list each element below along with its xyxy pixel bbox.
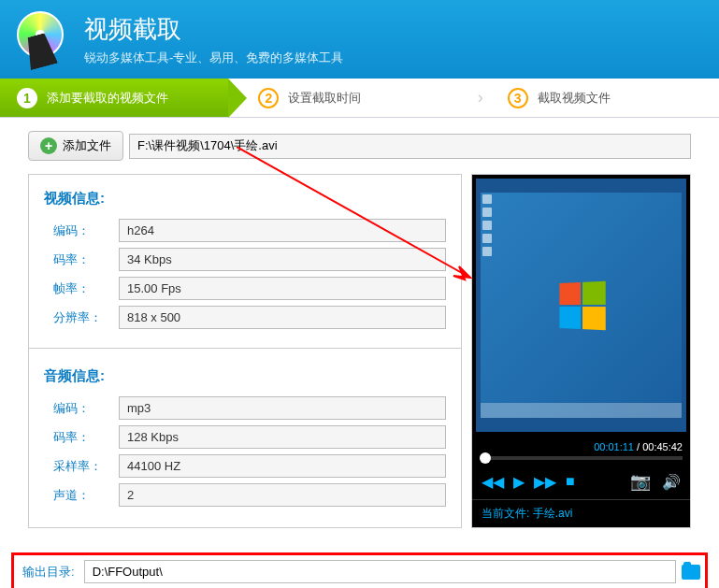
- chevron-right-icon: ›: [470, 88, 491, 108]
- audio-bitrate-value: 128 Kbps: [119, 425, 446, 449]
- file-path-input[interactable]: [129, 134, 691, 159]
- playback-controls: ◀◀ ▶ ▶▶ ■ 📷 🔊: [472, 467, 690, 499]
- resolution-label: 分辨率：: [44, 309, 119, 326]
- info-row-channels: 声道： 2: [44, 483, 446, 507]
- add-file-label: 添加文件: [63, 137, 111, 154]
- sample-rate-value: 44100 HZ: [119, 454, 446, 478]
- info-row-audio-codec: 编码： mp3: [44, 396, 446, 420]
- app-header: 视频截取 锐动多媒体工具-专业、易用、免费的多媒体工具: [0, 0, 719, 79]
- browse-folder-button[interactable]: [682, 565, 700, 580]
- info-row-audio-bitrate: 码率： 128 Kbps: [44, 425, 446, 449]
- step-2-set-time[interactable]: 2 设置截取时间: [228, 79, 469, 117]
- step-label: 设置截取时间: [288, 90, 361, 107]
- stop-button[interactable]: ■: [566, 473, 575, 490]
- media-info-panel: 视频信息: 编码： h264 码率： 34 Kbps 帧率： 15.00 Fps…: [28, 174, 462, 528]
- step-label: 添加要截取的视频文件: [47, 90, 168, 107]
- time-current: 00:01:11: [594, 441, 634, 452]
- forward-button[interactable]: ▶▶: [534, 473, 556, 491]
- audio-info-title: 音频信息:: [44, 367, 446, 385]
- step-number-badge: 1: [17, 88, 37, 108]
- output-path-input[interactable]: [84, 560, 676, 583]
- playback-time: 00:01:11 / 00:45:42: [472, 436, 690, 454]
- current-file-label: 当前文件:: [482, 507, 533, 520]
- current-file-name: 手绘.avi: [533, 507, 573, 520]
- info-row-sample-rate: 采样率： 44100 HZ: [44, 454, 446, 478]
- resolution-value: 818 x 500: [119, 306, 446, 329]
- fps-label: 帧率：: [44, 280, 119, 297]
- bitrate-label: 码率：: [44, 251, 119, 268]
- info-row-resolution: 分辨率： 818 x 500: [44, 306, 446, 329]
- info-row-bitrate: 码率： 34 Kbps: [44, 248, 446, 271]
- codec-value: h264: [119, 219, 446, 242]
- current-file-bar: 当前文件: 手绘.avi: [472, 499, 690, 527]
- channels-value: 2: [119, 483, 446, 507]
- app-subtitle: 锐动多媒体工具-专业、易用、免费的多媒体工具: [84, 50, 343, 66]
- wizard-steps: 1 添加要截取的视频文件 2 设置截取时间 › 3 截取视频文件: [0, 79, 719, 118]
- bitrate-value: 34 Kbps: [119, 248, 446, 271]
- sample-rate-label: 采样率：: [44, 458, 119, 475]
- channels-label: 声道：: [44, 487, 119, 504]
- video-info-title: 视频信息:: [44, 190, 446, 208]
- audio-codec-label: 编码：: [44, 400, 119, 417]
- codec-label: 编码：: [44, 222, 119, 239]
- volume-button[interactable]: 🔊: [662, 473, 681, 491]
- fps-value: 15.00 Fps: [119, 277, 446, 300]
- time-total: 00:45:42: [642, 441, 683, 452]
- progress-handle[interactable]: [480, 452, 491, 464]
- step-label: 截取视频文件: [538, 90, 611, 107]
- step-number-badge: 2: [258, 88, 279, 108]
- progress-bar[interactable]: [480, 456, 683, 460]
- audio-codec-value: mp3: [119, 396, 446, 420]
- video-preview-panel: 00:01:11 / 00:45:42 ◀◀ ▶ ▶▶ ■ 📷 🔊 当前文件: …: [471, 174, 691, 528]
- file-toolbar: + 添加文件: [0, 118, 719, 174]
- svg-marker-1: [453, 266, 470, 280]
- step-3-cut-video[interactable]: 3 截取视频文件: [491, 79, 719, 117]
- info-row-fps: 帧率： 15.00 Fps: [44, 277, 446, 300]
- step-1-add-file[interactable]: 1 添加要截取的视频文件: [0, 79, 228, 117]
- output-label: 输出目录:: [19, 564, 79, 581]
- rewind-button[interactable]: ◀◀: [482, 473, 504, 491]
- windows-logo-icon: [559, 280, 605, 329]
- snapshot-button[interactable]: 📷: [630, 471, 651, 492]
- add-file-button[interactable]: + 添加文件: [28, 131, 123, 161]
- play-button[interactable]: ▶: [513, 473, 525, 491]
- info-row-codec: 编码： h264: [44, 219, 446, 242]
- app-logo-icon: [17, 11, 73, 67]
- plus-circle-icon: +: [40, 137, 57, 154]
- step-number-badge: 3: [508, 88, 528, 108]
- output-directory-bar: 输出目录:: [11, 552, 708, 588]
- app-title: 视频截取: [84, 13, 343, 46]
- audio-bitrate-label: 码率：: [44, 429, 119, 446]
- video-preview-screen[interactable]: [476, 179, 686, 432]
